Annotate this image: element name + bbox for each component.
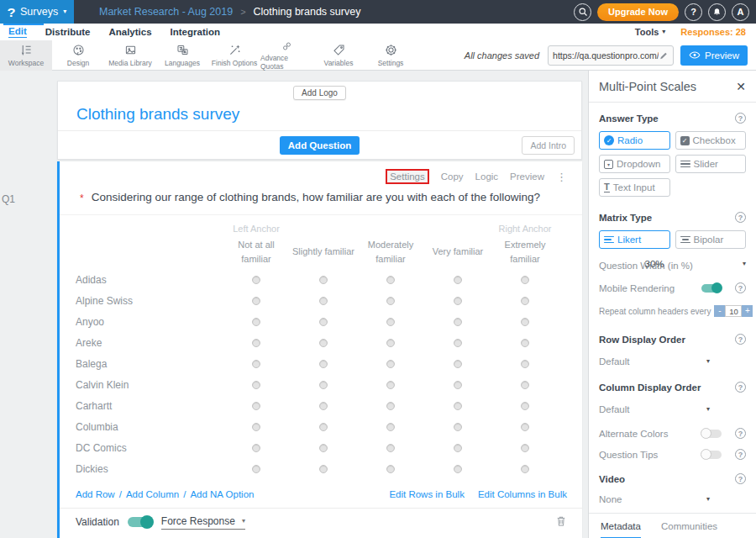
radio-button[interactable] <box>521 402 529 410</box>
answer-type-slider[interactable]: Slider <box>675 155 747 173</box>
question-action-logic[interactable]: Logic <box>475 171 499 182</box>
add-logo-button[interactable]: Add Logo <box>293 86 346 100</box>
radio-button[interactable] <box>521 423 529 431</box>
radio-button[interactable] <box>319 465 328 473</box>
radio-button[interactable] <box>521 444 529 452</box>
radio-button[interactable] <box>386 381 395 389</box>
radio-button[interactable] <box>319 444 328 452</box>
radio-button[interactable] <box>252 318 260 326</box>
radio-button[interactable] <box>319 318 328 326</box>
notifications-button[interactable] <box>708 3 726 21</box>
left-anchor-placeholder[interactable]: Left Anchor <box>223 224 290 234</box>
radio-button[interactable] <box>454 423 462 431</box>
toolbar-item-media-library[interactable]: Media Library <box>104 40 156 71</box>
help-button[interactable]: ? <box>685 3 702 21</box>
row-label[interactable]: Adidas <box>60 274 223 286</box>
radio-button[interactable] <box>386 297 395 305</box>
right-anchor-placeholder[interactable]: Right Anchor <box>491 224 559 234</box>
row-label[interactable]: Alpine Swiss <box>60 295 223 307</box>
row-label[interactable]: Carhartt <box>60 400 223 412</box>
radio-button[interactable] <box>252 423 260 431</box>
chevron-down-icon[interactable]: ▾ <box>743 261 746 267</box>
answer-type-checkbox[interactable]: ✓Checkbox <box>675 131 747 150</box>
repeat-headers-value[interactable]: 10 <box>725 305 742 317</box>
column-header[interactable]: Slightly familiar <box>290 245 357 259</box>
radio-button[interactable] <box>386 360 395 368</box>
toolbar-item-languages[interactable]: Languages <box>156 40 208 71</box>
radio-button[interactable] <box>319 360 328 368</box>
radio-button[interactable] <box>454 381 462 389</box>
add-column-link[interactable]: Add Column <box>126 489 179 499</box>
radio-button[interactable] <box>386 444 395 452</box>
tab-integration[interactable]: Integration <box>171 27 220 37</box>
help-icon[interactable]: ? <box>735 428 746 439</box>
radio-button[interactable] <box>386 276 395 284</box>
add-row-link[interactable]: Add Row <box>76 489 115 499</box>
row-label[interactable]: Balega <box>60 358 223 370</box>
radio-button[interactable] <box>521 381 529 389</box>
help-icon[interactable]: ? <box>735 473 746 484</box>
radio-button[interactable] <box>319 381 328 389</box>
row-label[interactable]: Calvin Klein <box>60 379 223 391</box>
radio-button[interactable] <box>454 402 462 410</box>
help-icon[interactable]: ? <box>735 282 746 293</box>
radio-button[interactable] <box>319 276 328 284</box>
toolbar-item-design[interactable]: Design <box>52 40 104 71</box>
close-icon[interactable]: ✕ <box>736 80 746 93</box>
breadcrumb-parent[interactable]: Market Research - Aug 2019 <box>99 6 233 18</box>
radio-button[interactable] <box>521 318 529 326</box>
matrix-type-bipolar[interactable]: Bipolar <box>675 230 747 249</box>
question-text[interactable]: Considering our range of clothing brands… <box>92 191 540 204</box>
radio-button[interactable] <box>454 318 462 326</box>
tab-distribute[interactable]: Distribute <box>45 27 91 37</box>
preview-button[interactable]: Preview <box>680 45 748 66</box>
radio-button[interactable] <box>252 339 260 347</box>
radio-button[interactable] <box>454 297 462 305</box>
validation-type-dropdown[interactable]: Force Response ▾ <box>161 515 245 530</box>
account-avatar[interactable]: A <box>732 3 749 21</box>
row-display-order-select[interactable]: Default ▾ <box>599 356 710 367</box>
column-header[interactable]: Extremely familiar <box>491 238 559 266</box>
search-button[interactable] <box>574 3 591 21</box>
radio-button[interactable] <box>521 276 529 284</box>
edit-rows-bulk-link[interactable]: Edit Rows in Bulk <box>389 489 464 499</box>
radio-button[interactable] <box>521 297 529 305</box>
tools-menu[interactable]: Tools▾ <box>635 27 666 37</box>
radio-button[interactable] <box>252 297 260 305</box>
tab-edit[interactable]: Edit <box>8 26 27 38</box>
toolbar-item-variables[interactable]: Variables <box>312 40 365 71</box>
validation-toggle[interactable] <box>128 517 153 527</box>
radio-button[interactable] <box>386 339 395 347</box>
help-icon[interactable]: ? <box>735 382 746 393</box>
responses-count[interactable]: Responses: 28 <box>680 27 746 37</box>
question-action-copy[interactable]: Copy <box>441 171 464 182</box>
question-width-value[interactable]: 30% <box>644 259 696 269</box>
toolbar-item-finish-options[interactable]: Finish Options <box>208 40 260 71</box>
radio-button[interactable] <box>252 465 260 473</box>
question-tips-toggle[interactable] <box>701 451 722 459</box>
row-label[interactable]: Columbia <box>60 421 223 433</box>
radio-button[interactable] <box>386 318 395 326</box>
column-header[interactable]: Moderately familiar <box>357 238 424 266</box>
radio-button[interactable] <box>521 360 529 368</box>
survey-url-input[interactable] <box>553 50 659 61</box>
answer-type-dropdown[interactable]: ▾Dropdown <box>599 155 670 173</box>
radio-button[interactable] <box>319 402 328 410</box>
radio-button[interactable] <box>521 465 529 473</box>
column-display-order-select[interactable]: Default ▾ <box>599 404 710 414</box>
delete-question-button[interactable] <box>555 514 567 530</box>
add-na-option-link[interactable]: Add NA Option <box>190 489 254 499</box>
radio-button[interactable] <box>252 276 260 284</box>
radio-button[interactable] <box>386 465 395 473</box>
decrement-button[interactable]: - <box>714 305 725 317</box>
tab-analytics[interactable]: Analytics <box>108 27 151 37</box>
toolbar-item-settings[interactable]: Settings <box>365 40 417 71</box>
product-switcher[interactable]: ? Surveys ▾ <box>0 0 74 24</box>
pencil-icon[interactable] <box>659 50 669 61</box>
radio-button[interactable] <box>252 444 260 452</box>
radio-button[interactable] <box>454 444 462 452</box>
radio-button[interactable] <box>521 339 529 347</box>
increment-button[interactable]: + <box>742 305 753 317</box>
radio-button[interactable] <box>319 423 328 431</box>
radio-button[interactable] <box>386 423 395 431</box>
